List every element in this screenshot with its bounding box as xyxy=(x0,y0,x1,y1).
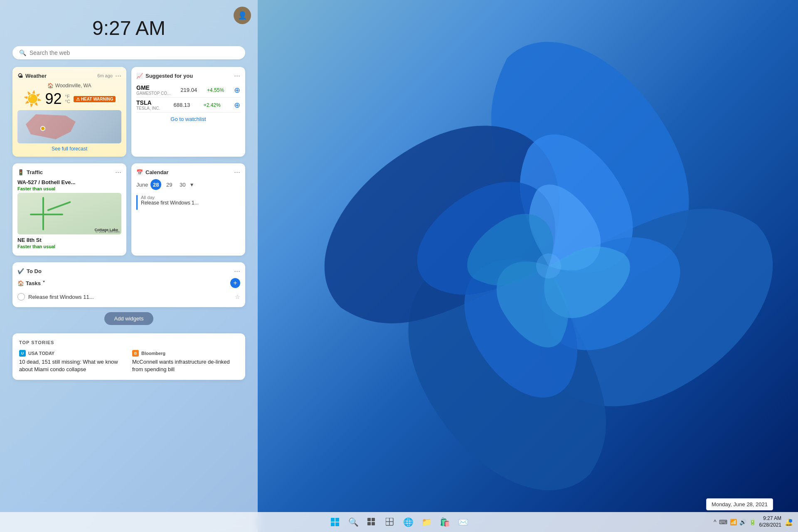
stories-grid: U USA TODAY 10 dead, 151 still missing: … xyxy=(19,350,239,373)
calendar-event: All day Release first Windows 1... xyxy=(136,193,240,212)
calendar-more-button[interactable]: ··· xyxy=(234,168,240,176)
story-source-name-2: Bloomberg xyxy=(141,351,165,356)
weather-more-button[interactable]: ··· xyxy=(115,72,121,79)
tsla-ticker: TSLA xyxy=(136,99,160,106)
svg-rect-8 xyxy=(372,522,375,525)
tsla-company: TESLA, INC. xyxy=(136,106,160,111)
taskbar-widgets-button[interactable] xyxy=(382,514,398,530)
traffic-route2-name: NE 8th St xyxy=(17,237,121,243)
go-watchlist-link[interactable]: Go to watchlist xyxy=(136,116,240,122)
story-item-2: B Bloomberg McConnell wants infrastructu… xyxy=(132,350,239,373)
widget-grid-row1: 🌤 Weather 6m ago ··· 🏠 Woodinville, WA ☀… xyxy=(12,67,245,157)
weather-units: °F °C xyxy=(65,94,70,104)
keyboard-icon[interactable]: ⌨ xyxy=(719,519,727,525)
stocks-icon: 📈 xyxy=(136,73,143,79)
todo-tasks-header: 🏠 Tasks ˅ + xyxy=(17,278,240,288)
taskbar-mail-button[interactable]: ✉️ xyxy=(455,514,471,530)
gme-add-button[interactable]: ⊕ xyxy=(234,86,240,95)
taskbar-store-button[interactable]: 🛍️ xyxy=(436,514,453,530)
traffic-widget-header: 🚦 Traffic ··· xyxy=(17,168,121,176)
desktop-swirl xyxy=(278,0,798,532)
top-stories-title: TOP STORIES xyxy=(19,340,239,345)
taskbar-center: 🔍 🌐 📁 🛍️ ✉️ xyxy=(327,514,471,530)
story-headline-2[interactable]: McConnell wants infrastructure de-linked… xyxy=(132,358,239,373)
traffic-widget: 🚦 Traffic ··· WA-527 / Bothell Eve... Fa… xyxy=(12,163,126,256)
todo-widget: ✔️ To Do ··· 🏠 Tasks ˅ + Release first W… xyxy=(12,262,245,307)
todo-widget-wrapper: ✔️ To Do ··· 🏠 Tasks ˅ + Release first W… xyxy=(12,262,245,307)
story-source-2: B Bloomberg xyxy=(132,350,239,357)
svg-rect-5 xyxy=(367,518,371,521)
stock-row-gme: GME GAMESTOP CO... 219.04 +4.55% ⊕ xyxy=(136,83,240,98)
traffic-copyright: © 2021 TomTom xyxy=(96,230,120,234)
todo-more-button[interactable]: ··· xyxy=(234,267,240,275)
search-bar[interactable]: 🔍 xyxy=(12,46,245,59)
notification-badge xyxy=(789,519,792,522)
search-input[interactable] xyxy=(30,49,239,56)
taskbar-search-button[interactable]: 🔍 xyxy=(345,514,362,530)
calendar-icon: 📅 xyxy=(136,169,143,175)
taskbar-explorer-button[interactable]: 📁 xyxy=(418,514,435,530)
svg-rect-4 xyxy=(335,522,339,526)
stocks-more-button[interactable]: ··· xyxy=(234,72,240,79)
calendar-nav: June 28 29 30 ▾ xyxy=(136,179,240,190)
calendar-event-bar xyxy=(136,195,138,210)
weather-main: ☀️ 92 °F °C ⚠ HEAT WARNING xyxy=(17,90,121,108)
traffic-more-button[interactable]: ··· xyxy=(115,168,121,176)
wifi-icon[interactable]: 📶 xyxy=(730,519,737,525)
svg-rect-7 xyxy=(367,522,371,525)
calendar-active-day[interactable]: 28 xyxy=(150,179,161,190)
add-widgets-button[interactable]: Add widgets xyxy=(104,312,154,325)
weather-map-dot xyxy=(40,126,45,131)
story-source-1: U USA TODAY xyxy=(19,350,126,357)
story-source-name-1: USA TODAY xyxy=(28,351,54,356)
weather-widget: 🌤 Weather 6m ago ··· 🏠 Woodinville, WA ☀… xyxy=(12,67,126,157)
gme-price: 219.04 xyxy=(180,87,197,93)
weather-icon: 🌤 xyxy=(17,73,23,79)
traffic-title: 🚦 Traffic xyxy=(17,169,43,175)
taskbar-clock[interactable]: 9:27 AM 6/28/2021 xyxy=(759,515,781,528)
todo-tasks-label[interactable]: 🏠 Tasks ˅ xyxy=(17,280,45,286)
clock-time: 9:27 AM xyxy=(759,515,781,522)
stocks-widget: 📈 Suggested for you ··· GME GAMESTOP CO.… xyxy=(131,67,245,157)
chevron-up-icon[interactable]: ^ xyxy=(714,519,717,525)
gme-company: GAMESTOP CO... xyxy=(136,91,170,96)
traffic-map: Cottage Lake © 2021 TomTom xyxy=(17,193,121,234)
see-forecast-link[interactable]: See full forecast xyxy=(17,146,121,152)
todo-item: Release first Windows 11... ☆ xyxy=(17,291,240,302)
calendar-widget-header: 📅 Calendar ··· xyxy=(136,168,240,176)
traffic-route1-status: Faster than usual xyxy=(17,186,121,191)
calendar-event-details: All day Release first Windows 1... xyxy=(141,195,199,206)
datetime-tooltip: Monday, June 28, 2021 xyxy=(706,498,773,510)
notification-button[interactable]: 🔔 xyxy=(785,518,793,526)
tsla-add-button[interactable]: ⊕ xyxy=(234,101,240,110)
calendar-chevron-icon[interactable]: ▾ xyxy=(190,181,193,188)
weather-sun-icon: ☀️ xyxy=(23,90,42,108)
story-headline-1[interactable]: 10 dead, 151 still missing: What we know… xyxy=(19,358,126,373)
svg-rect-6 xyxy=(372,518,375,521)
taskbar: 🔍 🌐 📁 🛍️ ✉️ ^ xyxy=(0,512,798,532)
svg-rect-1 xyxy=(331,518,335,522)
time-display: 9:27 AM xyxy=(12,17,245,39)
calendar-month: June xyxy=(136,182,148,188)
svg-rect-2 xyxy=(335,518,339,522)
todo-add-button[interactable]: + xyxy=(230,278,240,288)
user-avatar[interactable]: 👤 xyxy=(234,7,251,24)
traffic-route1-name: WA-527 / Bothell Eve... xyxy=(17,179,121,185)
calendar-day-30[interactable]: 30 xyxy=(177,179,188,190)
tsla-price: 688.13 xyxy=(174,102,190,108)
tsla-change: +2.42% xyxy=(204,102,221,108)
weather-location: 🏠 Woodinville, WA xyxy=(17,83,121,89)
taskbar-taskview-button[interactable] xyxy=(363,514,380,530)
todo-item-checkbox[interactable] xyxy=(17,293,25,300)
battery-icon[interactable]: 🔋 xyxy=(749,519,756,525)
calendar-day-29[interactable]: 29 xyxy=(164,179,175,190)
svg-point-0 xyxy=(536,254,561,278)
calendar-title: 📅 Calendar xyxy=(136,169,169,175)
todo-item-star[interactable]: ☆ xyxy=(235,293,240,300)
taskbar-edge-button[interactable]: 🌐 xyxy=(400,514,416,530)
widget-panel: 👤 9:27 AM 🔍 🌤 Weather 6m ago xyxy=(0,0,258,532)
volume-icon[interactable]: 🔊 xyxy=(739,519,746,525)
start-button[interactable] xyxy=(327,514,343,530)
heat-warning-badge: ⚠ HEAT WARNING xyxy=(74,96,116,102)
gme-ticker: GME xyxy=(136,84,170,91)
